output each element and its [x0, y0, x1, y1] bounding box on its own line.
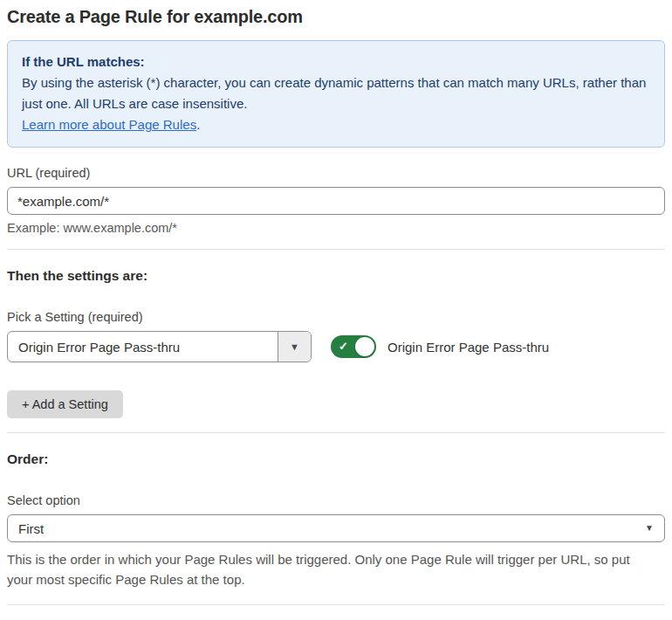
- url-helper-text: Example: www.example.com/*: [7, 221, 665, 235]
- settings-heading: Then the settings are:: [7, 268, 665, 284]
- setting-dropdown-value: Origin Error Page Pass-thru: [8, 332, 278, 362]
- divider: [7, 432, 665, 433]
- check-icon: ✓: [339, 340, 348, 353]
- url-input[interactable]: [7, 187, 665, 215]
- order-heading: Order:: [7, 451, 665, 467]
- order-select-value: First: [18, 521, 44, 536]
- url-section: URL (required) Example: www.example.com/…: [7, 166, 665, 235]
- settings-section: Then the settings are: Pick a Setting (r…: [7, 268, 665, 418]
- info-box-link-line: Learn more about Page Rules.: [22, 114, 650, 135]
- setting-row: Origin Error Page Pass-thru ▼ ✓ Origin E…: [7, 331, 665, 362]
- page-title: Create a Page Rule for example.com: [7, 7, 665, 27]
- select-caret-down-icon: ▼: [645, 524, 654, 533]
- divider: [7, 249, 665, 250]
- caret-down-icon: ▼: [290, 342, 299, 352]
- order-select[interactable]: First ▼: [7, 514, 665, 542]
- add-setting-button[interactable]: + Add a Setting: [7, 390, 123, 418]
- setting-toggle[interactable]: ✓: [331, 335, 376, 358]
- link-suffix: .: [196, 117, 200, 132]
- order-section: Order: Select option First ▼ This is the…: [7, 451, 665, 590]
- pick-setting-label: Pick a Setting (required): [7, 310, 665, 324]
- learn-more-link[interactable]: Learn more about Page Rules: [22, 117, 196, 132]
- setting-toggle-label: Origin Error Page Pass-thru: [387, 340, 549, 355]
- create-page-rule-form: Create a Page Rule for example.com If th…: [0, 0, 672, 620]
- toggle-knob: [355, 337, 374, 356]
- divider: [7, 604, 665, 605]
- order-helper-text: This is the order in which your Page Rul…: [7, 549, 653, 590]
- info-box-body: By using the asterisk (*) character, you…: [22, 72, 650, 114]
- select-option-label: Select option: [7, 493, 665, 507]
- info-box-heading: If the URL matches:: [22, 52, 650, 72]
- setting-dropdown-arrow-button[interactable]: ▼: [278, 332, 311, 362]
- url-match-info-box: If the URL matches: By using the asteris…: [7, 40, 665, 148]
- setting-dropdown[interactable]: Origin Error Page Pass-thru ▼: [7, 331, 312, 362]
- url-label: URL (required): [7, 166, 665, 180]
